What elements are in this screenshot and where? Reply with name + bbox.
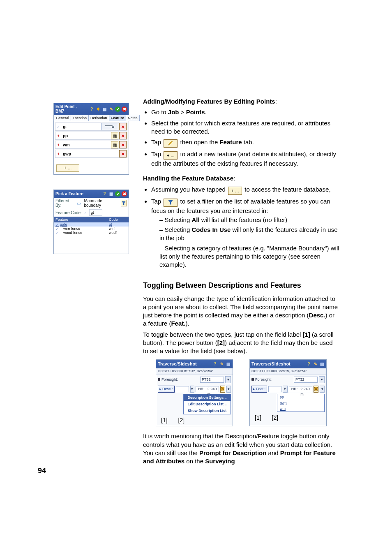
edit-point-window: Edit Point - BM7 ? ✸ ▦ ✎ ✔ ✖ General Loc… [53, 103, 129, 175]
list-item: Tap to set a filter on the list of avail… [151, 197, 339, 269]
toggle-heading: Toggling Between Descriptions and Featur… [143, 280, 339, 290]
feature-code: wodf [109, 231, 127, 235]
tab-location[interactable]: Location [71, 115, 89, 121]
grid-body: ⟋ gate gt ⟋ wire fence wirf ⟋ wood fence… [54, 222, 129, 254]
feature-row[interactable]: ⟋ gt ✕ [55, 123, 127, 131]
menu-item[interactable]: Show Description List [184, 407, 231, 414]
delete-icon[interactable]: ✕ [119, 132, 127, 139]
help-icon[interactable]: ? [89, 106, 95, 112]
list-item: Select the point for which extra feature… [151, 119, 339, 136]
grid-row[interactable]: ⟋ wire fence wirf [54, 227, 129, 231]
desc-feat-toggle[interactable]: ▸Feat.: [251, 386, 267, 392]
filter-button[interactable] [121, 200, 127, 206]
list-item[interactable]: gwp [277, 400, 324, 406]
grid-icon[interactable]: ▦ [111, 141, 118, 148]
col-code: Code [107, 217, 129, 222]
hr-field[interactable]: HR: 2.240 m [196, 386, 219, 392]
keyboard-icon[interactable]: ▦ [108, 191, 114, 197]
add-feature-button[interactable]: + ... [56, 164, 79, 172]
dropdown-icon[interactable]: ▾ [319, 376, 325, 383]
paragraph: It is worth mentioning that the Descript… [143, 432, 339, 465]
point-icon: ✦ [55, 152, 61, 156]
dropdown-icon[interactable]: ▾ [190, 386, 195, 393]
wand-icon[interactable]: ✎ [108, 106, 114, 112]
keyboard-icon[interactable]: ▦ [102, 106, 108, 112]
grid-row[interactable]: ⟋ wood fence wodf [54, 231, 129, 235]
foresight-input[interactable]: PT32 [200, 377, 224, 383]
target-icon[interactable] [314, 386, 319, 393]
star-icon[interactable]: ✸ [96, 106, 101, 112]
feature-name: gt [61, 125, 101, 129]
desc-feat-row: ▸Feat.: ▾ HR: 2.240 m ▾ [250, 384, 326, 394]
feature-row[interactable]: ✦ wm ▦ ✕ [55, 141, 127, 149]
tab-general[interactable]: General [54, 115, 71, 121]
feature-name: gate [60, 222, 109, 227]
close-icon[interactable]: ✖ [122, 191, 127, 197]
bullet-icon [158, 378, 160, 381]
grid-row[interactable]: ⟋ gate gt [54, 222, 129, 227]
foresight-label: Foresight: [255, 377, 272, 382]
help-icon[interactable]: ? [212, 361, 218, 367]
traverse-desc-window: Traverse/Sideshot ? ✎ ▤ OC:ST1 HI:2.000 … [156, 359, 233, 426]
filtered-by-row: Filtered By: ▭ Manmade boundary [54, 198, 129, 208]
tab-notes[interactable]: Notes [126, 115, 140, 121]
grid-icon[interactable]: ▦ [111, 132, 118, 139]
desc-input[interactable] [176, 386, 189, 392]
ok-icon[interactable]: ✔ [115, 106, 120, 112]
menu-header[interactable]: Description Settings... [184, 394, 231, 401]
point-icon: ✦ [55, 134, 61, 138]
delete-icon[interactable]: ✕ [119, 141, 127, 148]
feat-input[interactable] [268, 386, 281, 392]
line-icon: ⟋ [83, 210, 88, 215]
help-icon[interactable]: ? [306, 361, 311, 367]
target-icon[interactable] [220, 386, 225, 393]
dropdown-icon[interactable]: ▾ [225, 376, 231, 383]
add-button[interactable]: + ... [228, 187, 242, 195]
close-icon[interactable]: ✖ [122, 106, 127, 112]
filter-button[interactable] [164, 199, 178, 207]
tab-derivation[interactable]: Derivation [88, 115, 109, 121]
dropdown-icon[interactable]: ▾ [283, 386, 288, 393]
status-bar: OC:ST1 HI:2.000 BS:ST5, 326°46'54" [250, 368, 326, 375]
section-heading: Handling the Feature Database [143, 175, 233, 182]
dropdown-icon[interactable]: ▾ [226, 386, 231, 393]
pick-feature-window: Pick a Feature ? ▦ ✔ ✖ Filtered By: ▭ Ma… [53, 190, 129, 254]
paragraph: You can easily change the type of identi… [143, 295, 339, 328]
menu-item[interactable]: Edit Description List... [184, 401, 231, 407]
page-icon[interactable]: ▤ [226, 361, 231, 367]
foresight-input[interactable]: PT32 [294, 377, 318, 383]
page-icon[interactable]: ▤ [319, 361, 325, 367]
delete-icon[interactable]: ✕ [119, 123, 127, 130]
feature-list: ⟋ gt ✕ ✦ pp ▦ ✕ ✦ wm ▦ ✕ ✦ gwp [54, 121, 129, 174]
list-item: Selecting Codes In Use will only list th… [159, 226, 339, 243]
clip-icon[interactable] [101, 123, 118, 130]
delete-icon[interactable]: ✕ [119, 150, 127, 157]
help-icon[interactable]: ? [102, 191, 107, 197]
feature-code: wirf [109, 227, 127, 231]
pencil-button[interactable] [164, 139, 178, 148]
feature-code-input[interactable]: gt [89, 209, 102, 216]
point-icon: ✦ [55, 143, 61, 147]
foresight-label: Foresight: [161, 377, 178, 382]
list-item[interactable]: wm [277, 406, 324, 412]
page-number: 94 [38, 467, 46, 475]
feature-code-row: Feature Code: ⟋ gt [54, 208, 129, 217]
list-item: Selecting All will list all the features… [159, 216, 339, 224]
ts-title: Traverse/Sideshot ? ✎ ▤ [250, 360, 326, 368]
feature-row[interactable]: ✦ pp ▦ ✕ [55, 132, 127, 140]
wand-icon[interactable]: ✎ [219, 361, 224, 367]
feature-name: pp [61, 134, 111, 138]
feature-row[interactable]: ✦ gwp ✕ [55, 150, 127, 158]
feature-name: wood fence [60, 231, 109, 235]
col-feature: Feature [54, 217, 107, 222]
desc-feat-toggle[interactable]: ▸Desc.: [158, 386, 175, 392]
ok-icon[interactable]: ✔ [115, 191, 120, 197]
dropdown-icon[interactable]: ▾ [320, 386, 325, 393]
desc-menu: Description Settings... Edit Description… [183, 394, 231, 414]
wand-icon[interactable]: ✎ [313, 361, 318, 367]
foresight-row: Foresight: PT32 ▾ [250, 375, 326, 384]
tab-feature[interactable]: Feature [109, 115, 127, 121]
add-button[interactable]: + ... [164, 151, 178, 160]
ts-title: Traverse/Sideshot ? ✎ ▤ [156, 360, 233, 368]
hr-field[interactable]: HR: 2.240 m [289, 386, 312, 392]
